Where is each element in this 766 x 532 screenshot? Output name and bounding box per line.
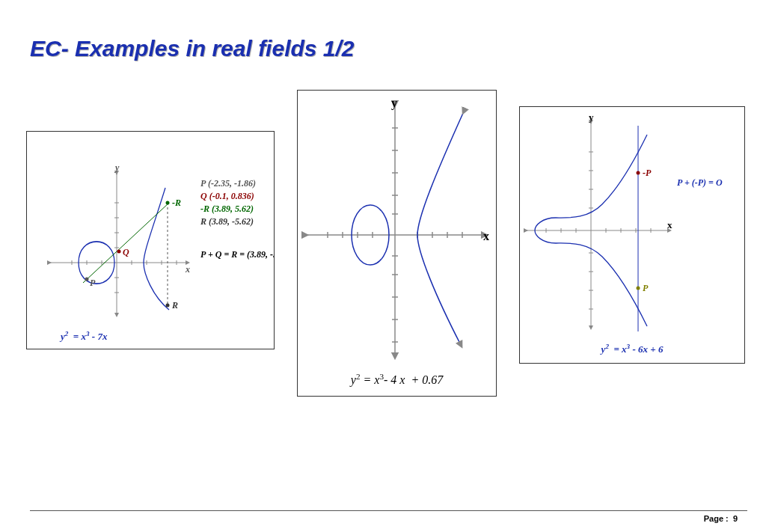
slide-page: EC- Examples in real fields 1/2 — [0, 0, 766, 532]
footer-rule — [30, 510, 747, 511]
legend-block: P (-2.35, -1.86) Q (-0.1, 0.836) -R (3.8… — [200, 178, 274, 260]
chart-svg-1: y x P Q -R — [27, 132, 274, 349]
chart-panel-2: y x y2 = x3- 4 x + 0.67 — [297, 90, 497, 397]
chart-svg-3: y x -P P P + (-P) = O — [520, 107, 744, 363]
svg-point-20 — [166, 304, 170, 308]
svg-point-65 — [637, 171, 640, 175]
y-axis-label-2: y — [391, 97, 397, 110]
x-axis-label-2: x — [483, 230, 489, 242]
page-number: Page : 9 — [704, 514, 738, 523]
point-R: R — [171, 300, 178, 311]
svg-point-18 — [117, 250, 121, 254]
chart-panel-3: y x -P P P + (-P) = O y2 = x3 - 6x + 6 — [519, 106, 745, 364]
y-axis-label: y — [114, 162, 120, 173]
result-3: P + (-P) = O — [677, 177, 723, 188]
svg-text:P + Q = R = (3.89, -5.62).: P + Q = R = (3.89, -5.62). — [200, 249, 274, 260]
point-minus-P: -P — [643, 168, 652, 178]
x-axis-label-3: x — [667, 219, 672, 230]
svg-text:-R (3.89, 5.62): -R (3.89, 5.62) — [200, 204, 254, 214]
panel-row: y x P Q -R — [26, 90, 747, 397]
formula-1: y2 = x3 - 7x — [61, 330, 274, 343]
y-axis-label-3: y — [589, 111, 594, 123]
formula-3: y2 = x3 - 6x + 6 — [520, 343, 744, 355]
point-Q: Q — [123, 247, 129, 257]
svg-point-17 — [85, 278, 89, 281]
point-minus-R: -R — [172, 198, 181, 208]
point-P: P — [90, 278, 96, 288]
x-axis-label: x — [185, 264, 190, 275]
svg-line-15 — [83, 203, 169, 283]
point-P-3: P — [643, 283, 649, 293]
svg-text:Q (-0.1, 0.836): Q (-0.1, 0.836) — [200, 191, 254, 201]
slide-title: EC- Examples in real fields 1/2 — [30, 36, 355, 61]
svg-point-66 — [637, 287, 640, 290]
svg-point-19 — [166, 201, 170, 205]
chart-panel-1: y x P Q -R — [26, 131, 275, 349]
svg-text:R (3.89, -5.62): R (3.89, -5.62) — [200, 216, 254, 227]
formula-2: y2 = x3- 4 x + 0.67 — [298, 372, 496, 387]
svg-text:P (-2.35, -1.86): P (-2.35, -1.86) — [200, 178, 256, 189]
chart-svg-2: y x — [298, 91, 496, 396]
